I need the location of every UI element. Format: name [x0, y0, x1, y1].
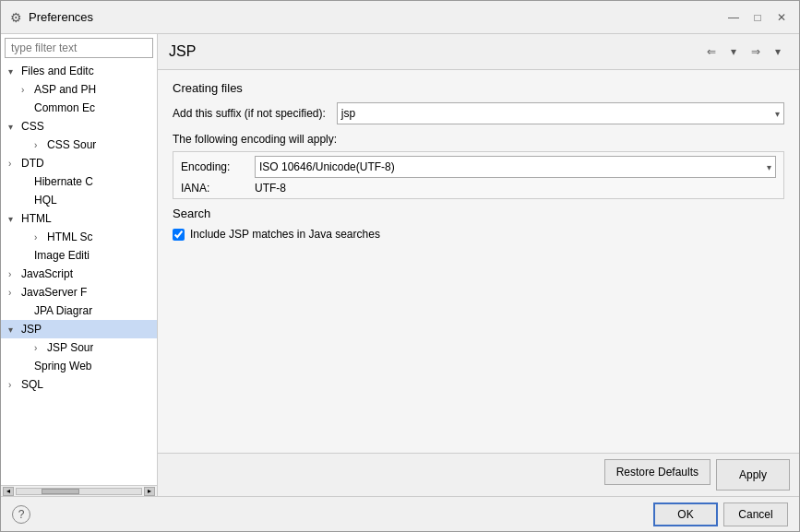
- expand-icon: ▾: [8, 66, 21, 77]
- encoding-section: Encoding: ISO 10646/Unicode(UTF-8) ▾ IAN…: [173, 151, 784, 199]
- expand-icon: ▾: [8, 122, 21, 132]
- window-controls: — □ ✕: [723, 7, 792, 28]
- sidebar-item-label: Files and Editc: [21, 65, 94, 77]
- bottom-left: ?: [12, 505, 30, 524]
- sidebar-item-label: JPA Diagrar: [34, 304, 92, 317]
- expand-icon: ›: [8, 269, 21, 279]
- scroll-thumb[interactable]: [42, 489, 79, 494]
- window-title: Preferences: [29, 10, 723, 24]
- scroll-left-btn[interactable]: ◂: [3, 487, 14, 496]
- preferences-window: ⚙ Preferences — □ ✕ ▾ Files and Editc: [0, 0, 800, 532]
- help-button[interactable]: ?: [12, 505, 30, 524]
- iana-row: IANA: UTF-8: [181, 182, 776, 195]
- encoding-intro: The following encoding will apply:: [173, 133, 337, 146]
- content-area: ▾ Files and Editc › ASP and PH Common Ec: [1, 34, 799, 496]
- back-button[interactable]: ⇐: [701, 41, 722, 62]
- checkbox-row: Include JSP matches in Java searches: [173, 228, 784, 241]
- expand-icon: ›: [8, 288, 21, 298]
- sidebar-item-label: JavaServer F: [21, 286, 87, 299]
- sidebar-item-label: CSS Sour: [47, 138, 96, 151]
- sidebar-item-jsp[interactable]: ▾ JSP: [1, 320, 157, 338]
- panel-title: JSP: [169, 43, 196, 60]
- expand-icon: ›: [34, 343, 47, 353]
- sidebar-item-label: Common Ec: [34, 101, 95, 114]
- sidebar-item-label: HTML: [21, 212, 52, 225]
- expand-icon: ›: [8, 380, 21, 390]
- search-label: Search: [173, 207, 784, 220]
- panel-header: JSP ⇐ ▾ ⇒ ▾: [158, 34, 799, 70]
- tree-area: ▾ Files and Editc › ASP and PH Common Ec: [1, 62, 157, 485]
- expand-icon: ›: [8, 159, 21, 169]
- panel-content: Creating files Add this suffix (if not s…: [158, 70, 799, 453]
- encoding-select[interactable]: ISO 10646/Unicode(UTF-8) ▾: [255, 156, 776, 178]
- forward-dropdown-button[interactable]: ▾: [768, 41, 788, 62]
- sidebar-item-jpa[interactable]: JPA Diagrar: [1, 301, 157, 320]
- sidebar-item-jsp-source[interactable]: › JSP Sour: [1, 338, 157, 357]
- panel-footer: Restore Defaults Apply: [158, 453, 799, 496]
- expand-icon: ▾: [8, 214, 21, 224]
- forward-button[interactable]: ⇒: [746, 41, 766, 62]
- sidebar-item-dtd[interactable]: › DTD: [1, 154, 157, 172]
- encoding-row: Encoding: ISO 10646/Unicode(UTF-8) ▾: [181, 156, 776, 178]
- sidebar-item-spring-web[interactable]: Spring Web: [1, 357, 157, 375]
- encoding-value: ISO 10646/Unicode(UTF-8): [259, 160, 395, 173]
- main-panel: JSP ⇐ ▾ ⇒ ▾ Creating files Add this suff…: [158, 34, 799, 496]
- sidebar-item-asp[interactable]: › ASP and PH: [1, 80, 157, 99]
- bottom-right: OK Cancel: [653, 502, 788, 526]
- sidebar-item-hibernate[interactable]: Hibernate C: [1, 172, 157, 191]
- bottom-bar: ? OK Cancel: [1, 496, 799, 531]
- sidebar-item-html[interactable]: ▾ HTML: [1, 209, 157, 228]
- sidebar-item-javascript[interactable]: › JavaScript: [1, 265, 157, 283]
- sidebar-item-label: DTD: [21, 157, 44, 170]
- sidebar-item-css-source[interactable]: › CSS Sour: [1, 136, 157, 154]
- sidebar-item-label: Spring Web: [34, 360, 91, 372]
- checkbox-label: Include JSP matches in Java searches: [190, 228, 380, 241]
- sidebar-item-label: HTML Sc: [47, 231, 93, 243]
- suffix-select[interactable]: jsp ▾: [337, 102, 784, 124]
- sidebar-item-image-editing[interactable]: Image Editi: [1, 246, 157, 265]
- sidebar-item-hql[interactable]: HQL: [1, 191, 157, 209]
- scroll-track[interactable]: [16, 488, 142, 495]
- jsp-matches-checkbox[interactable]: [173, 229, 185, 241]
- encoding-label: Encoding:: [181, 160, 255, 173]
- horizontal-scrollbar[interactable]: ◂ ▸: [1, 485, 157, 496]
- minimize-button[interactable]: —: [723, 7, 744, 28]
- sidebar-item-label: ASP and PH: [34, 83, 96, 96]
- search-section: Search Include JSP matches in Java searc…: [173, 207, 784, 241]
- encoding-dropdown-icon: ▾: [767, 162, 771, 172]
- app-icon: ⚙: [8, 10, 23, 25]
- restore-defaults-button[interactable]: Restore Defaults: [604, 459, 710, 485]
- cancel-button[interactable]: Cancel: [723, 502, 788, 526]
- suffix-dropdown-icon: ▾: [775, 109, 780, 119]
- suffix-label: Add this suffix (if not specified):: [173, 107, 326, 120]
- panel-toolbar: ⇐ ▾ ⇒ ▾: [701, 41, 788, 62]
- close-button[interactable]: ✕: [771, 7, 792, 28]
- sidebar-item-label: Hibernate C: [34, 175, 93, 188]
- sidebar-item-sql[interactable]: › SQL: [1, 375, 157, 394]
- creating-files-label: Creating files: [173, 81, 784, 95]
- sidebar-item-label: CSS: [21, 120, 44, 133]
- sidebar-item-javaserver[interactable]: › JavaServer F: [1, 283, 157, 301]
- suffix-value: jsp: [341, 107, 355, 120]
- expand-icon: ›: [34, 140, 47, 150]
- sidebar-item-files-and-editors[interactable]: ▾ Files and Editc: [1, 62, 157, 80]
- sidebar-item-label: Image Editi: [34, 249, 90, 262]
- sidebar-item-label: JavaScript: [21, 267, 73, 280]
- sidebar-item-common-ec[interactable]: Common Ec: [1, 99, 157, 117]
- ok-button[interactable]: OK: [653, 502, 718, 526]
- maximize-button[interactable]: □: [747, 7, 768, 28]
- iana-value: UTF-8: [255, 182, 286, 195]
- back-dropdown-button[interactable]: ▾: [723, 41, 744, 62]
- expand-icon: ▾: [8, 325, 21, 335]
- expand-icon: ›: [34, 232, 47, 242]
- sidebar-item-label: JSP Sour: [47, 341, 93, 354]
- iana-label: IANA:: [181, 182, 255, 195]
- scroll-right-btn[interactable]: ▸: [144, 487, 155, 496]
- sidebar-item-label: SQL: [21, 378, 43, 391]
- filter-input[interactable]: [5, 38, 153, 58]
- sidebar-item-label: JSP: [21, 323, 42, 336]
- sidebar-item-css[interactable]: ▾ CSS: [1, 117, 157, 136]
- sidebar-item-html-source[interactable]: › HTML Sc: [1, 228, 157, 246]
- suffix-row: Add this suffix (if not specified): jsp …: [173, 102, 784, 124]
- apply-button[interactable]: Apply: [716, 459, 790, 491]
